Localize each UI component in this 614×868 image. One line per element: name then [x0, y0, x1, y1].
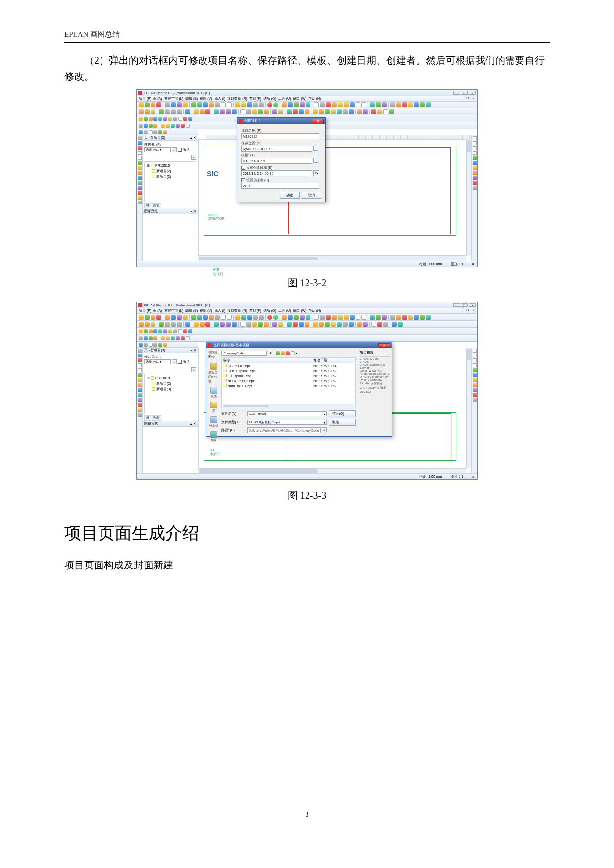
menu-page[interactable]: 页 (A) [153, 96, 162, 101]
tb-icon[interactable] [197, 315, 202, 320]
vtb-icon[interactable] [473, 156, 477, 160]
tb-icon[interactable] [259, 315, 264, 320]
vtb-icon[interactable] [138, 151, 142, 155]
tb-icon[interactable] [288, 315, 293, 320]
nav-pin-icon[interactable]: ▴ ✕ [190, 348, 196, 352]
tb-icon[interactable] [332, 315, 337, 320]
tb-icon[interactable] [226, 109, 231, 114]
mdi-restore-button[interactable]: ❐ [465, 308, 470, 312]
tb-icon[interactable] [241, 102, 246, 107]
menu-window[interactable]: 窗口 (W) [293, 96, 306, 101]
horizontal-scrollbar[interactable] [198, 256, 466, 261]
tb-icon[interactable] [163, 130, 167, 134]
menu-projectdata[interactable]: 项目数据 (R) [227, 308, 247, 313]
vtb-icon[interactable] [473, 136, 477, 140]
vtb-icon[interactable] [138, 358, 142, 362]
tb-icon[interactable] [272, 109, 277, 114]
mdi-close-button[interactable]: ✕ [471, 308, 476, 312]
vtb-icon[interactable] [138, 191, 142, 195]
vtb-icon[interactable] [473, 181, 477, 185]
tb-icon[interactable] [382, 315, 387, 320]
tb-icon[interactable] [344, 102, 349, 107]
vtb-icon[interactable] [138, 408, 142, 412]
vtb-icon[interactable] [138, 383, 142, 387]
tb-icon[interactable] [338, 102, 343, 107]
vtb-icon[interactable] [138, 136, 142, 140]
tb-icon[interactable] [177, 102, 182, 107]
save-path-input[interactable]: $(MD_PROJECTS) [241, 146, 312, 152]
vtb-icon[interactable] [138, 171, 142, 175]
vtb-icon[interactable] [138, 378, 142, 382]
tb-icon[interactable] [287, 322, 292, 327]
tb-icon[interactable] [186, 124, 190, 128]
tb-icon[interactable] [349, 322, 354, 327]
tb-icon[interactable] [313, 109, 318, 114]
project-tree[interactable]: ⊞PR13010 新项目(2) 新项目(3) [144, 374, 196, 414]
tb-icon[interactable] [151, 109, 155, 114]
vtb-icon[interactable] [138, 146, 142, 150]
menu-find[interactable]: 查找 (F) [249, 96, 261, 101]
tb-icon[interactable] [326, 102, 331, 107]
tb-icon[interactable] [299, 109, 304, 114]
tb-icon[interactable] [165, 322, 170, 327]
tb-icon[interactable] [178, 117, 182, 121]
menu-edit[interactable]: 编辑 (E) [185, 308, 198, 313]
tb-icon[interactable] [396, 102, 401, 107]
tb-icon[interactable] [253, 315, 258, 320]
menu-tools[interactable]: 工具 (U) [278, 96, 291, 101]
tb-icon[interactable] [163, 343, 167, 347]
tb-icon[interactable] [337, 109, 342, 114]
maximize-button[interactable]: □ [461, 303, 468, 307]
vtb-icon[interactable] [473, 363, 477, 367]
tb-icon[interactable] [253, 102, 258, 107]
tb-icon[interactable] [392, 322, 397, 327]
nav-expand-button[interactable]: » [191, 367, 196, 372]
tb-icon[interactable] [171, 336, 175, 340]
tb-icon[interactable] [183, 102, 188, 107]
vtb-icon[interactable] [138, 176, 142, 180]
close-button[interactable]: ✕ [469, 303, 476, 307]
tb-icon[interactable] [177, 315, 182, 320]
tb-icon[interactable] [319, 322, 324, 327]
menu-project[interactable]: 项目 (P) [139, 308, 151, 313]
tb-icon[interactable] [370, 102, 375, 107]
tb-icon[interactable] [337, 322, 342, 327]
tb-icon[interactable] [414, 315, 419, 320]
vtb-icon[interactable] [138, 363, 142, 367]
tb-icon[interactable] [197, 102, 202, 107]
tb-icon[interactable] [161, 336, 165, 340]
tb-icon[interactable] [357, 322, 362, 327]
vtb-icon[interactable] [138, 196, 142, 200]
tb-icon[interactable] [376, 315, 381, 320]
tb-icon[interactable] [158, 117, 162, 121]
tb-icon[interactable] [159, 322, 164, 327]
vtb-icon[interactable] [138, 388, 142, 392]
set-creator-checkbox[interactable]: ✓设置创建者 (C) [241, 178, 269, 183]
cancel-button[interactable]: 取消 [329, 419, 356, 426]
tb-icon[interactable] [139, 329, 143, 333]
vtb-icon[interactable] [473, 186, 477, 190]
tb-icon[interactable] [376, 102, 381, 107]
dialog-close-button[interactable]: ✕ [378, 343, 390, 348]
tb-icon[interactable] [145, 109, 150, 114]
vtb-icon[interactable] [138, 393, 142, 397]
tb-icon[interactable] [226, 322, 231, 327]
file-list[interactable]: 名称 修改日期 GB_tpl001.ept2011/1/5 13:51 GOST… [221, 357, 356, 408]
tb-icon[interactable] [408, 315, 413, 320]
tb-icon[interactable] [181, 336, 185, 340]
tb-icon[interactable] [176, 124, 180, 128]
tb-icon[interactable] [332, 102, 337, 107]
tb-icon[interactable] [139, 322, 144, 327]
vtb-icon[interactable] [473, 176, 477, 180]
vtb-icon[interactable] [473, 373, 477, 377]
vtb-icon[interactable] [473, 398, 477, 402]
tb-icon[interactable] [363, 109, 368, 114]
filter-browse-button[interactable]: ... [172, 147, 177, 152]
tb-icon[interactable] [294, 102, 299, 107]
tb-icon[interactable] [178, 329, 182, 333]
tb-icon[interactable] [200, 322, 205, 327]
tb-icon[interactable] [139, 117, 143, 121]
minimize-button[interactable]: _ [453, 303, 460, 307]
tb-icon[interactable] [264, 109, 269, 114]
template-browse-button[interactable]: ... [313, 158, 318, 163]
